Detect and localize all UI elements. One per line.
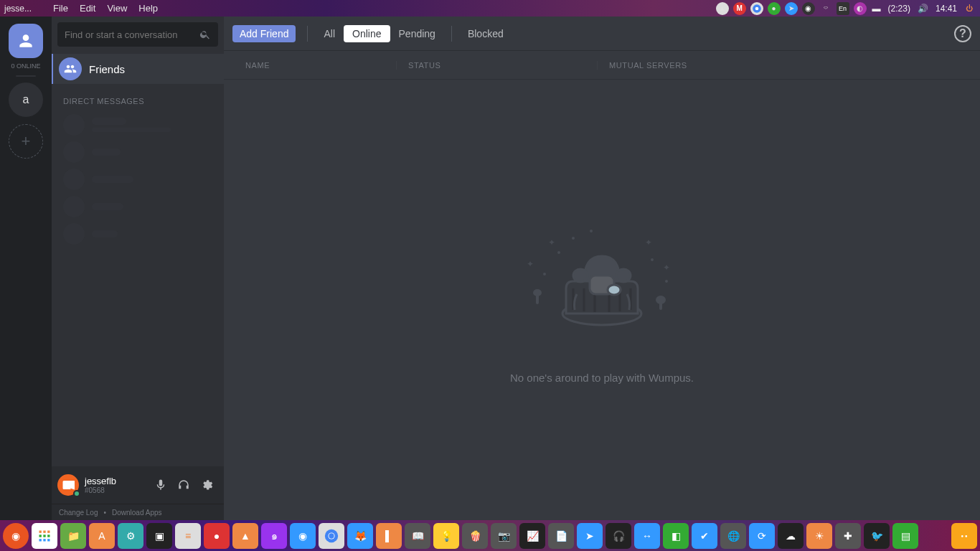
power-icon[interactable]: ⏻ bbox=[963, 2, 976, 15]
guild-server-a[interactable]: a bbox=[9, 83, 43, 117]
chrome-tray-icon[interactable] bbox=[750, 2, 763, 15]
app-store-icon[interactable]: A bbox=[89, 523, 115, 549]
footer-links: Change Log • Download Apps bbox=[52, 504, 224, 520]
chrome-icon[interactable] bbox=[319, 523, 344, 549]
vlc-tray-icon[interactable]: ▲ bbox=[716, 2, 729, 15]
tab-all[interactable]: All bbox=[315, 25, 344, 42]
camera-icon[interactable]: 📷 bbox=[491, 523, 517, 549]
help-icon[interactable]: ? bbox=[954, 25, 971, 42]
discord-tray-icon[interactable]: ◉ bbox=[802, 2, 815, 15]
svg-point-3 bbox=[573, 269, 588, 282]
cloud-icon[interactable]: ☁ bbox=[778, 523, 804, 549]
friends-home-icon bbox=[17, 32, 35, 50]
green-app-icon[interactable]: ◧ bbox=[663, 523, 689, 549]
dm-placeholder-row bbox=[52, 138, 224, 166]
app-tray-icon[interactable]: ◐ bbox=[854, 2, 867, 15]
ubuntu-launcher-icon[interactable]: ◉ bbox=[3, 523, 29, 549]
globe-icon[interactable]: 🌐 bbox=[720, 523, 746, 549]
spiral-app-icon[interactable]: ๑ bbox=[261, 523, 287, 549]
add-server-button[interactable]: + bbox=[9, 124, 43, 159]
menu-edit[interactable]: Edit bbox=[74, 3, 101, 14]
discord-taskbar-icon[interactable] bbox=[951, 523, 977, 549]
todo-icon[interactable]: ✔ bbox=[692, 523, 717, 549]
tab-blocked[interactable]: Blocked bbox=[459, 25, 512, 42]
teamviewer-icon[interactable]: ↔ bbox=[634, 523, 660, 549]
dm-placeholder-row bbox=[52, 111, 224, 138]
svg-text:✦: ✦ bbox=[663, 263, 670, 273]
tab-separator bbox=[307, 26, 308, 42]
svg-point-8 bbox=[533, 289, 542, 296]
document-icon[interactable]: 📄 bbox=[548, 523, 574, 549]
menu-view[interactable]: View bbox=[101, 3, 133, 14]
battery-indicator[interactable]: ▬ bbox=[871, 4, 882, 14]
changelog-link[interactable]: Change Log bbox=[59, 509, 98, 517]
svg-rect-29 bbox=[47, 539, 50, 541]
menu-file[interactable]: File bbox=[47, 3, 74, 14]
plus-app-icon[interactable]: ✚ bbox=[835, 523, 861, 549]
headphones-app-icon[interactable]: 🎧 bbox=[606, 523, 631, 549]
footer-separator: • bbox=[104, 509, 107, 517]
telegram-icon[interactable]: ➤ bbox=[577, 523, 603, 549]
svg-point-12 bbox=[572, 237, 575, 240]
sun-app-icon[interactable]: ☀ bbox=[806, 523, 832, 549]
tab-online[interactable]: Online bbox=[344, 25, 390, 42]
settings-sliders-icon[interactable]: ⚙ bbox=[118, 523, 143, 549]
messenger-icon[interactable]: ◉ bbox=[290, 523, 316, 549]
chat-tray-icon[interactable]: ● bbox=[768, 2, 781, 15]
search-icon bbox=[199, 29, 211, 40]
user-settings-button[interactable] bbox=[195, 474, 218, 496]
channel-sidebar: Friends DIRECT MESSAGES jesseflb #0568 bbox=[52, 17, 224, 520]
telegram-tray-icon[interactable]: ➤ bbox=[785, 2, 798, 15]
vlc-icon[interactable]: ▲ bbox=[232, 523, 258, 549]
bulb-icon[interactable]: 💡 bbox=[433, 523, 459, 549]
tab-pending[interactable]: Pending bbox=[390, 25, 444, 42]
mute-button[interactable] bbox=[149, 474, 172, 496]
empty-state: ✦✦ ✦✦ No one's around to play with Wumpu… bbox=[224, 80, 980, 520]
chart-app-icon[interactable]: ▤ bbox=[892, 523, 918, 549]
svg-text:✦: ✦ bbox=[527, 259, 534, 269]
volume-icon[interactable]: 🔊 bbox=[916, 4, 930, 14]
os-taskbar: ◉ 📁 A ⚙ ▣ ≡ ● ▲ ๑ ◉ 🦊 ▌ 📖 💡 🍿 📷 📈 📄 ➤ 🎧 … bbox=[0, 520, 980, 551]
terminal-icon[interactable]: ▣ bbox=[146, 523, 172, 549]
status-dot-online bbox=[73, 490, 80, 497]
home-button[interactable] bbox=[9, 24, 43, 58]
dm-placeholder-row bbox=[52, 220, 224, 248]
note-app-icon[interactable]: ▌ bbox=[376, 523, 402, 549]
mixer-icon[interactable]: ≡ bbox=[175, 523, 201, 549]
svg-rect-23 bbox=[47, 530, 50, 532]
headphones-icon bbox=[177, 479, 190, 491]
svg-rect-26 bbox=[47, 534, 50, 537]
empty-state-text: No one's around to play with Wumpus. bbox=[510, 372, 694, 384]
clock: 14:41 bbox=[934, 4, 958, 14]
mega-tray-icon[interactable]: M bbox=[733, 2, 746, 15]
files-icon[interactable]: 📁 bbox=[60, 523, 86, 549]
conversation-search[interactable] bbox=[57, 22, 218, 47]
app-red-icon[interactable]: ● bbox=[204, 523, 230, 549]
guild-rail: 0 ONLINE a + bbox=[0, 17, 52, 520]
keyboard-lang-icon[interactable]: En bbox=[837, 2, 849, 15]
gear-icon bbox=[200, 479, 213, 491]
bird-icon[interactable]: 🐦 bbox=[864, 523, 890, 549]
download-apps-link[interactable]: Download Apps bbox=[112, 509, 162, 517]
svg-rect-28 bbox=[43, 539, 45, 541]
firefox-dev-icon[interactable]: 🦊 bbox=[347, 523, 373, 549]
system-monitor-icon[interactable]: 📈 bbox=[519, 523, 545, 549]
sync-icon[interactable]: ⟳ bbox=[749, 523, 775, 549]
svg-rect-24 bbox=[39, 534, 42, 537]
wifi-tray-icon[interactable]: ⌔ bbox=[819, 2, 832, 15]
add-friend-button[interactable]: Add Friend bbox=[232, 25, 296, 42]
friends-nav-item[interactable]: Friends bbox=[52, 54, 224, 84]
search-input[interactable] bbox=[65, 29, 187, 40]
online-count-label: 0 ONLINE bbox=[11, 62, 40, 70]
svg-point-13 bbox=[651, 258, 654, 261]
user-avatar[interactable] bbox=[57, 474, 79, 496]
reader-icon[interactable]: 📖 bbox=[405, 523, 430, 549]
deafen-button[interactable] bbox=[172, 474, 195, 496]
guild-separator bbox=[16, 75, 36, 77]
apps-grid-icon[interactable] bbox=[32, 523, 57, 549]
os-menubar: jesse... File Edit View Help ▲ M ● ➤ ◉ ⌔… bbox=[0, 0, 980, 17]
os-app-title: jesse... bbox=[4, 4, 32, 14]
popcorn-icon[interactable]: 🍿 bbox=[462, 523, 488, 549]
menu-help[interactable]: Help bbox=[133, 3, 164, 14]
main-content: Add Friend All Online Pending Blocked ? … bbox=[224, 17, 980, 520]
